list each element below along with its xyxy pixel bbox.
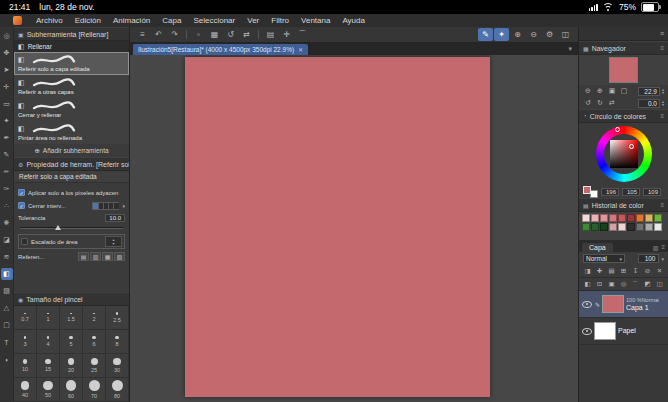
brush-size-cell[interactable]: 6	[83, 330, 106, 354]
tolerance-value[interactable]: 10.0	[105, 214, 125, 222]
tool-property-header[interactable]: ⚙ Propiedad de herram. [Referir solo a c…	[14, 157, 129, 171]
fill-tool-icon[interactable]: ◧	[1, 268, 13, 280]
brush-size-cell[interactable]: 1	[37, 306, 60, 330]
brush-size-cell[interactable]: 10	[14, 354, 37, 378]
move-tool-icon[interactable]: ✥	[1, 47, 13, 59]
brush-size-cell[interactable]: 4	[37, 330, 60, 354]
actual-pixels-icon[interactable]: ▢	[619, 87, 629, 95]
decoration-tool-icon[interactable]: ❋	[1, 217, 13, 229]
clip-at-layer-icon[interactable]: ◧	[582, 279, 593, 289]
brush-size-cell[interactable]: 15	[37, 354, 60, 378]
brush-size-cell[interactable]: 50	[37, 378, 60, 402]
auto-select-tool-icon[interactable]: ✦	[1, 115, 13, 127]
navigator-preview[interactable]	[579, 55, 668, 85]
blend-combine-icon[interactable]: ◨	[582, 266, 593, 276]
lock-layer-icon[interactable]: ⊡	[594, 279, 605, 289]
rotate-right-icon[interactable]: ↻	[595, 99, 605, 107]
opacity-dropdown-icon[interactable]: ▾	[661, 256, 664, 262]
tolerance-slider-thumb[interactable]	[55, 225, 61, 230]
layer-panel-icon[interactable]: ▥	[653, 244, 659, 251]
brush-size-cell[interactable]: 0.7	[14, 306, 37, 330]
color-swatch[interactable]	[609, 214, 617, 222]
layer-row-capa-1[interactable]: ✎ 100 %Normal Capa 1	[579, 291, 668, 318]
zoom-out-icon[interactable]: ⊖	[526, 28, 541, 41]
hue-ring[interactable]	[596, 126, 652, 182]
layer-visibility-eye-icon[interactable]	[582, 301, 592, 308]
active-tool-a-icon[interactable]: ✎	[478, 28, 493, 41]
step-down-icon[interactable]: ▾	[112, 242, 114, 246]
brush-size-cell[interactable]: 2	[83, 306, 106, 330]
brush-size-cell[interactable]: 8	[106, 330, 129, 354]
rotate-left-icon[interactable]: ↺	[583, 99, 593, 107]
separator[interactable]	[258, 30, 259, 39]
color-swatch[interactable]	[600, 223, 608, 231]
color-swatch[interactable]	[618, 214, 626, 222]
airbrush-tool-icon[interactable]: ∴	[1, 200, 13, 212]
duplicate-layer-icon[interactable]: ⊞	[618, 266, 629, 276]
step-down-icon[interactable]: ▾	[662, 91, 664, 95]
zoom-in-icon[interactable]: ⊕	[595, 87, 605, 95]
eyedropper-tool-icon[interactable]: ✒	[1, 132, 13, 144]
saturation-value-square[interactable]	[610, 140, 638, 168]
adjacent-pixels-checkbox[interactable]: ✓	[18, 189, 25, 196]
brush-size-header[interactable]: ◉ Tamaño del pincel	[14, 292, 129, 306]
brush-size-cell[interactable]: 20	[60, 354, 83, 378]
blend-tool-icon[interactable]: ≋	[1, 251, 13, 263]
brush-size-cell[interactable]: 1.5	[60, 306, 83, 330]
color-swatch[interactable]	[591, 214, 599, 222]
menu-ayuda[interactable]: Ayuda	[336, 16, 371, 25]
lock-pixels-icon[interactable]: ▣	[606, 279, 617, 289]
saturation-value-marker[interactable]	[629, 144, 634, 149]
color-swatch[interactable]	[654, 214, 662, 222]
color-swatch[interactable]	[582, 214, 590, 222]
opacity-value[interactable]: 100	[638, 254, 659, 263]
undo-icon[interactable]: ↶	[151, 28, 166, 41]
brush-size-cell[interactable]: 3	[14, 330, 37, 354]
green-value[interactable]: 105	[622, 188, 640, 196]
hue-marker[interactable]	[615, 127, 620, 132]
step-down-icon[interactable]: ▾	[662, 103, 664, 107]
spacer[interactable]	[311, 28, 477, 41]
subtool-item[interactable]: ◧ Referir a otras capas	[14, 75, 129, 98]
area-scaling-stepper[interactable]: ▴ ▾	[105, 236, 122, 247]
subtool-item[interactable]: ◧ Cerrar y rellenar	[14, 98, 129, 121]
color-swatch[interactable]	[582, 223, 590, 231]
subtool-panel-header[interactable]: ▣ Subherramienta [Rellenar]	[14, 27, 129, 41]
frame-tool-icon[interactable]: ▢	[1, 319, 13, 331]
menu-seleccionar[interactable]: Seleccionar	[187, 16, 241, 25]
app-logo-icon[interactable]	[13, 16, 22, 25]
zoom-stepper[interactable]: ▴ ▾	[662, 88, 664, 95]
close-gap-checkbox[interactable]: ✓	[18, 202, 25, 209]
layer-color-icon[interactable]: ◩	[642, 279, 653, 289]
color-history-header[interactable]: ▤ Historial de color ≡	[579, 198, 668, 212]
two-pane-icon[interactable]: ◫	[654, 279, 665, 289]
pen-tool-icon[interactable]: ✎	[1, 149, 13, 161]
ref-all-layers-icon[interactable]: ▤	[78, 252, 89, 261]
color-wheel-options-icon[interactable]: ≡	[660, 113, 664, 119]
rotate-view-icon[interactable]: ↺	[223, 28, 238, 41]
blue-value[interactable]: 109	[643, 188, 661, 196]
color-swatch[interactable]	[591, 223, 599, 231]
rotation-stepper[interactable]: ▴ ▾	[662, 100, 664, 107]
color-swatch[interactable]	[645, 214, 653, 222]
separator[interactable]	[186, 30, 187, 39]
ref-paper-icon[interactable]: ▥	[90, 252, 101, 261]
zoom-out-icon[interactable]: ⊖	[583, 87, 593, 95]
magnifier-tool-icon[interactable]: ◎	[1, 30, 13, 42]
brush-size-cell[interactable]: 80	[106, 378, 129, 402]
color-swatch[interactable]	[636, 223, 644, 231]
main-menu-icon[interactable]: ≡	[135, 28, 150, 41]
snap-icon[interactable]: ✛	[279, 28, 294, 41]
deselect-icon[interactable]: ▫	[191, 28, 206, 41]
tab-list-chevron-icon[interactable]: ▾	[565, 45, 575, 53]
brush-size-cell[interactable]: 40	[14, 378, 37, 402]
tab-capa[interactable]: Capa	[582, 243, 613, 252]
flip-view-icon[interactable]: ⇄	[239, 28, 254, 41]
flip-horizontal-icon[interactable]: ⇄	[607, 99, 617, 107]
panel-options-icon[interactable]: ≡	[660, 30, 664, 37]
new-folder-icon[interactable]: ▤	[606, 266, 617, 276]
color-swatch[interactable]	[600, 214, 608, 222]
figure-tool-icon[interactable]: △	[1, 302, 13, 314]
layer-move-tool-icon[interactable]: ✛	[1, 81, 13, 93]
red-value[interactable]: 196	[601, 188, 619, 196]
